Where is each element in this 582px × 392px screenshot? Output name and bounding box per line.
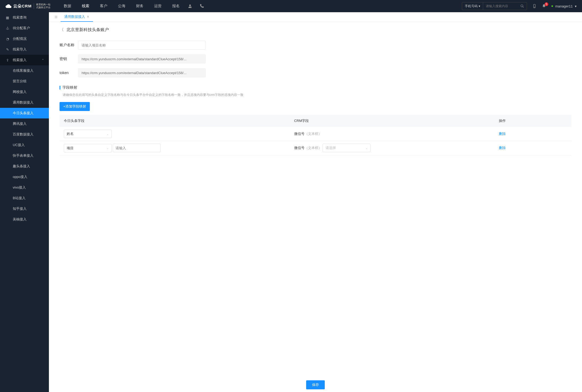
top-header: 云朵CRM 教育机构一站 式服务云平台 数据线索客户公海财务运营报名 手机号码 … — [0, 0, 582, 12]
col-action: 操作 — [495, 115, 571, 127]
crm-field-select[interactable]: 请选择⌄ — [323, 144, 370, 152]
delete-link[interactable]: 删除 — [499, 146, 506, 150]
sidebar-subitem[interactable]: vivo接入 — [0, 182, 49, 193]
mapping-table: 今日头条字段 CRM字段 操作 姓名⌄微信号（文本框）删除项目⌄ 微信号（文本框… — [60, 115, 571, 155]
chevron-down-icon: ▾ — [575, 4, 577, 8]
save-button[interactable]: 保存 — [306, 380, 325, 389]
row-token: token — [60, 68, 571, 77]
svg-point-0 — [189, 5, 191, 6]
toutiao-field-input[interactable] — [113, 144, 161, 152]
content: 〈 北京昱新科技头条账户 账户名称 密钥 token 字段映射 请确保您在此填写… — [49, 22, 582, 392]
add-mapping-button[interactable]: +添加字段映射 — [60, 102, 90, 111]
phone-icon[interactable] — [199, 4, 204, 8]
col-toutiao-field: 今日头条字段 — [60, 115, 290, 127]
logo-subtitle: 教育机构一站 式服务云平台 — [34, 3, 50, 9]
section-accent-icon — [60, 86, 60, 90]
sidebar-item[interactable]: ✎线索导入 — [0, 44, 49, 55]
table-row: 姓名⌄微信号（文本框）删除 — [60, 127, 571, 141]
nav-item[interactable]: 线索 — [82, 4, 89, 8]
svg-point-2 — [521, 5, 523, 7]
sidebar-subitem[interactable]: 网校接入 — [0, 87, 49, 97]
toutiao-field-select[interactable]: 姓名⌄ — [64, 130, 112, 138]
save-bar: 保存 — [49, 380, 582, 389]
sidebar-subitem[interactable]: UC接入 — [0, 140, 49, 150]
sidebar-item[interactable]: ⏃待分配客户 — [0, 23, 49, 33]
user-menu[interactable]: manager11 ▾ — [551, 4, 577, 8]
sidebar-subitem[interactable]: 腾讯接入 — [0, 118, 49, 129]
username: manager11 — [555, 4, 573, 8]
tab-collapse-icon[interactable] — [52, 15, 61, 19]
section-title: 字段映射 — [62, 85, 77, 90]
notification-badge: 5 — [545, 2, 548, 6]
nav-item[interactable]: 数据 — [64, 4, 71, 8]
chevron-down-icon: ▾ — [479, 4, 480, 8]
sidebar-subitem[interactable]: 趣头条接入 — [0, 161, 49, 172]
chevron-down-icon: ⌄ — [107, 147, 109, 150]
sidebar-icon: ▦ — [5, 16, 10, 20]
input-token[interactable] — [78, 68, 206, 77]
back-icon[interactable]: 〈 — [60, 27, 64, 33]
close-icon[interactable]: ✕ — [87, 15, 89, 19]
bell-icon[interactable]: 5 — [542, 4, 546, 8]
sidebar-subitem[interactable]: oppo接入 — [0, 172, 49, 182]
crm-field-type: （文本框） — [305, 132, 322, 136]
top-nav: 数据线索客户公海财务运营报名 — [64, 4, 180, 8]
svg-point-4 — [534, 7, 535, 7]
sidebar-subitem[interactable]: 快手表单接入 — [0, 150, 49, 161]
logo-text: 云朵CRM — [13, 4, 32, 9]
header-right: 手机号码 ▾ 5 manager11 ▾ — [462, 2, 577, 10]
online-status-icon — [551, 5, 553, 7]
chevron-icon: ˄ — [42, 59, 44, 62]
table-row: 项目⌄ 微信号（文本框） 请选择⌄删除 — [60, 141, 571, 155]
chevron-down-icon: ⌄ — [365, 147, 368, 150]
section-header: 字段映射 — [60, 85, 571, 90]
sidebar-subitem[interactable]: 通用数据接入 — [0, 97, 49, 108]
page-title: 〈 北京昱新科技头条账户 — [60, 27, 571, 33]
tab-general-data[interactable]: 通用数据接入 ✕ — [61, 12, 93, 22]
crm-field-type: （文本框） — [305, 146, 322, 150]
chevron-down-icon: ⌄ — [107, 133, 109, 135]
delete-link[interactable]: 删除 — [499, 132, 506, 136]
sidebar-subitem[interactable]: 留言分组 — [0, 76, 49, 87]
input-account-name[interactable] — [78, 41, 206, 50]
search-icon[interactable] — [518, 4, 527, 8]
cloud-icon — [5, 3, 12, 9]
sidebar-item[interactable]: ▦线索查询 — [0, 12, 49, 23]
mobile-icon[interactable] — [532, 4, 537, 8]
logo[interactable]: 云朵CRM 教育机构一站 式服务云平台 — [5, 3, 50, 9]
sidebar-subitem[interactable]: 在线客服接入 — [0, 65, 49, 76]
sidebar-subitem[interactable]: 美柚接入 — [0, 214, 49, 225]
sidebar-icon: ⇪ — [5, 58, 10, 62]
nav-item[interactable]: 客户 — [100, 4, 107, 8]
nav-item[interactable]: 运营 — [154, 4, 162, 8]
section-desc: 请确保您在此填写的头条自定义字段名称与在今日头条平台中自定义的字段名称一致，并且… — [63, 93, 571, 97]
main-area: 通用数据接入 ✕ 〈 北京昱新科技头条账户 账户名称 密钥 token — [49, 12, 582, 392]
input-key[interactable] — [78, 54, 206, 63]
sidebar-subitem[interactable]: B站接入 — [0, 193, 49, 203]
sidebar-subitem[interactable]: 知乎接入 — [0, 203, 49, 214]
sidebar-item[interactable]: ◔分配情况 — [0, 33, 49, 44]
search-box: 手机号码 ▾ — [462, 2, 527, 10]
label-account-name: 账户名称 — [60, 43, 78, 48]
nav-item[interactable]: 财务 — [136, 4, 144, 8]
search-input[interactable] — [483, 4, 518, 8]
user-add-icon[interactable] — [188, 4, 192, 8]
sidebar-subitem[interactable]: 百度数据接入 — [0, 129, 49, 140]
sidebar-icon: ⏃ — [5, 26, 10, 30]
nav-item[interactable]: 报名 — [172, 4, 180, 8]
tab-bar: 通用数据接入 ✕ — [49, 12, 582, 22]
header-icon-group — [188, 4, 204, 8]
row-key: 密钥 — [60, 54, 571, 63]
sidebar: ▦线索查询⏃待分配客户◔分配情况✎线索导入⇪线索接入˄在线客服接入留言分组网校接… — [0, 12, 49, 392]
sidebar-icon: ✎ — [5, 48, 10, 52]
crm-field-name: 微信号 — [294, 132, 305, 136]
nav-item[interactable]: 公海 — [118, 4, 125, 8]
sidebar-item[interactable]: ⇪线索接入˄ — [0, 55, 49, 65]
label-key: 密钥 — [60, 57, 78, 61]
toutiao-field-select[interactable]: 项目⌄ — [64, 144, 112, 152]
sidebar-subitem[interactable]: 今日头条接入 — [0, 108, 49, 118]
crm-field-name: 微信号 — [294, 146, 305, 150]
col-crm-field: CRM字段 — [290, 115, 495, 127]
sidebar-icon: ◔ — [5, 37, 10, 41]
search-type-select[interactable]: 手机号码 ▾ — [462, 2, 483, 10]
